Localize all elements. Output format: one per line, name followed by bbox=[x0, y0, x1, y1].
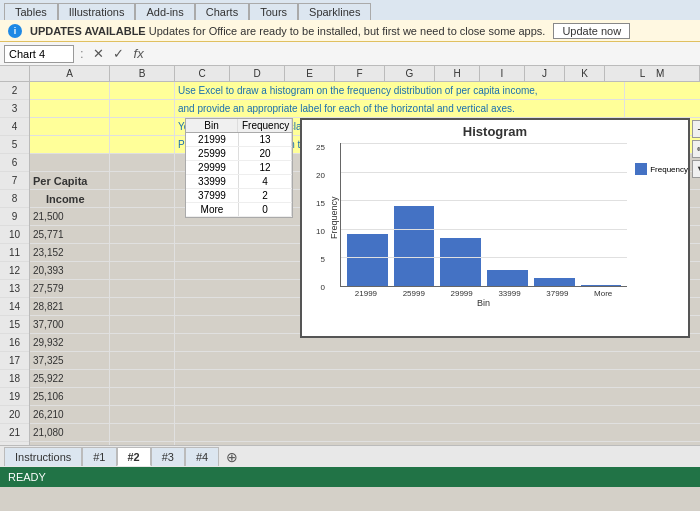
formula-input[interactable] bbox=[152, 48, 696, 60]
cell-b22[interactable] bbox=[110, 442, 175, 445]
row-num-10[interactable]: 10 bbox=[0, 226, 29, 244]
col-header-l[interactable]: L M bbox=[605, 66, 700, 81]
sheet-add-button[interactable]: ⊕ bbox=[223, 448, 241, 466]
cell-b17[interactable] bbox=[110, 352, 175, 370]
row-num-9[interactable]: 9 bbox=[0, 208, 29, 226]
bar-25999[interactable] bbox=[394, 206, 435, 286]
row-num-18[interactable]: 18 bbox=[0, 370, 29, 388]
cell-b15[interactable] bbox=[110, 316, 175, 334]
cell-b10[interactable] bbox=[110, 226, 175, 244]
row-num-7[interactable]: 7 bbox=[0, 172, 29, 190]
row-num-15[interactable]: 15 bbox=[0, 316, 29, 334]
row-num-12[interactable]: 12 bbox=[0, 262, 29, 280]
row-num-16[interactable]: 16 bbox=[0, 334, 29, 352]
cell-b16[interactable] bbox=[110, 334, 175, 352]
tab-charts[interactable]: Charts bbox=[195, 3, 249, 20]
bin-table-row-2[interactable]: 25999 20 bbox=[186, 147, 292, 161]
col-header-h[interactable]: H bbox=[435, 66, 480, 81]
cell-b2[interactable] bbox=[110, 82, 175, 100]
cell-a10[interactable]: 25,771 bbox=[30, 226, 110, 244]
cell-a6[interactable] bbox=[30, 154, 110, 172]
bar-33999[interactable] bbox=[487, 270, 528, 286]
cell-b14[interactable] bbox=[110, 298, 175, 316]
cell-a7[interactable]: Per Capita bbox=[30, 172, 110, 190]
row-num-13[interactable]: 13 bbox=[0, 280, 29, 298]
col-header-j[interactable]: J bbox=[525, 66, 565, 81]
tab-sparklines[interactable]: Sparklines bbox=[298, 3, 371, 20]
row-num-20[interactable]: 20 bbox=[0, 406, 29, 424]
row-num-17[interactable]: 17 bbox=[0, 352, 29, 370]
cell-a2[interactable] bbox=[30, 82, 110, 100]
update-now-button[interactable]: Update now bbox=[553, 23, 630, 39]
cell-c2[interactable]: Use Excel to draw a histogram on the fre… bbox=[175, 82, 625, 100]
cell-a16[interactable]: 29,932 bbox=[30, 334, 110, 352]
cell-a17[interactable]: 37,325 bbox=[30, 352, 110, 370]
cell-b8[interactable] bbox=[110, 190, 175, 208]
col-header-g[interactable]: G bbox=[385, 66, 435, 81]
row-num-14[interactable]: 14 bbox=[0, 298, 29, 316]
row-num-8[interactable]: 8 bbox=[0, 190, 29, 208]
col-header-e[interactable]: E bbox=[285, 66, 335, 81]
sheet-tab-4[interactable]: #4 bbox=[185, 447, 219, 466]
bar-21999[interactable] bbox=[347, 234, 388, 286]
cell-b13[interactable] bbox=[110, 280, 175, 298]
cell-a5[interactable] bbox=[30, 136, 110, 154]
chart-add-button[interactable]: + bbox=[692, 120, 700, 138]
cell-a20[interactable]: 26,210 bbox=[30, 406, 110, 424]
row-num-2[interactable]: 2 bbox=[0, 82, 29, 100]
col-header-i[interactable]: I bbox=[480, 66, 525, 81]
cell-b3[interactable] bbox=[110, 100, 175, 118]
row-num-19[interactable]: 19 bbox=[0, 388, 29, 406]
insert-function-button[interactable]: fx bbox=[130, 45, 148, 63]
sheet-tab-1[interactable]: #1 bbox=[82, 447, 116, 466]
cell-b19[interactable] bbox=[110, 388, 175, 406]
confirm-formula-button[interactable]: ✓ bbox=[110, 45, 128, 63]
chart-style-button[interactable]: ✏ bbox=[692, 140, 700, 158]
cell-b11[interactable] bbox=[110, 244, 175, 262]
cell-a21[interactable]: 21,080 bbox=[30, 424, 110, 442]
col-header-f[interactable]: F bbox=[335, 66, 385, 81]
bin-table-row-6[interactable]: More 0 bbox=[186, 203, 292, 217]
col-header-c[interactable]: C bbox=[175, 66, 230, 81]
cell-b6[interactable] bbox=[110, 154, 175, 172]
cell-b12[interactable] bbox=[110, 262, 175, 280]
cell-b18[interactable] bbox=[110, 370, 175, 388]
cell-a12[interactable]: 20,393 bbox=[30, 262, 110, 280]
bin-table-row-1[interactable]: 21999 13 bbox=[186, 133, 292, 147]
cell-b4[interactable] bbox=[110, 118, 175, 136]
bin-table-row-3[interactable]: 29999 12 bbox=[186, 161, 292, 175]
col-header-b[interactable]: B bbox=[110, 66, 175, 81]
row-num-6[interactable]: 6 bbox=[0, 154, 29, 172]
row-num-22[interactable]: 22 bbox=[0, 442, 29, 445]
bar-37999[interactable] bbox=[534, 278, 575, 286]
cell-b7[interactable] bbox=[110, 172, 175, 190]
cell-b20[interactable] bbox=[110, 406, 175, 424]
name-box[interactable]: Chart 4 bbox=[4, 45, 74, 63]
tab-illustrations[interactable]: Illustrations bbox=[58, 3, 136, 20]
row-num-21[interactable]: 21 bbox=[0, 424, 29, 442]
row-num-4[interactable]: 4 bbox=[0, 118, 29, 136]
cell-b5[interactable] bbox=[110, 136, 175, 154]
row-num-3[interactable]: 3 bbox=[0, 100, 29, 118]
tab-tours[interactable]: Tours bbox=[249, 3, 298, 20]
cell-c3[interactable]: and provide an appropriate label for eac… bbox=[175, 100, 625, 118]
cell-b21[interactable] bbox=[110, 424, 175, 442]
cell-a13[interactable]: 27,579 bbox=[30, 280, 110, 298]
cancel-formula-button[interactable]: ✕ bbox=[90, 45, 108, 63]
bar-more[interactable] bbox=[581, 285, 622, 286]
cell-a3[interactable] bbox=[30, 100, 110, 118]
sheet-tab-instructions[interactable]: Instructions bbox=[4, 447, 82, 466]
cell-a8[interactable]: Income bbox=[30, 190, 110, 208]
col-header-k[interactable]: K bbox=[565, 66, 605, 81]
row-num-5[interactable]: 5 bbox=[0, 136, 29, 154]
chart-filter-button[interactable]: ▼ bbox=[692, 160, 700, 178]
bin-table-row-4[interactable]: 33999 4 bbox=[186, 175, 292, 189]
sheet-tab-2[interactable]: #2 bbox=[117, 447, 151, 466]
cell-a4[interactable] bbox=[30, 118, 110, 136]
col-header-d[interactable]: D bbox=[230, 66, 285, 81]
col-header-a[interactable]: A bbox=[30, 66, 110, 81]
tab-tables[interactable]: Tables bbox=[4, 3, 58, 20]
cell-a19[interactable]: 25,106 bbox=[30, 388, 110, 406]
cell-a22[interactable]: 28,976 bbox=[30, 442, 110, 445]
bar-29999[interactable] bbox=[440, 238, 481, 286]
